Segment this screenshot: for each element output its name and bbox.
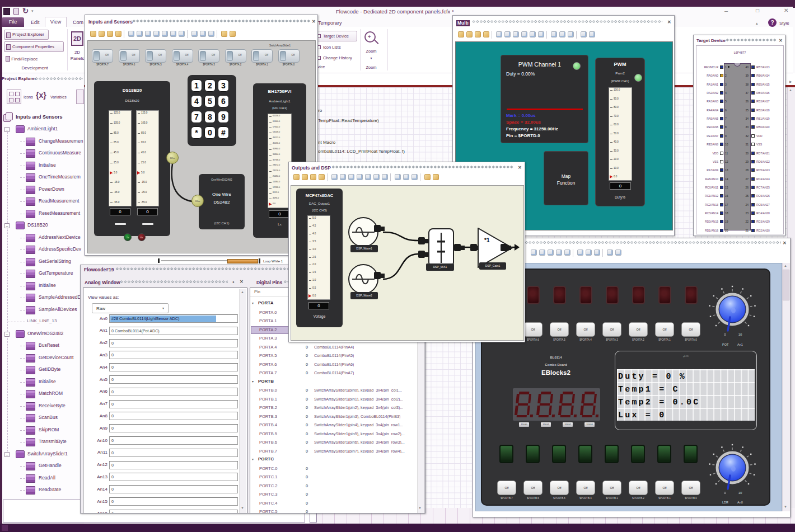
svg-text:0: 0	[724, 491, 726, 494]
svg-text:0: 0	[724, 333, 726, 336]
svg-text:10: 10	[738, 491, 742, 494]
svg-text:10: 10	[738, 333, 742, 336]
